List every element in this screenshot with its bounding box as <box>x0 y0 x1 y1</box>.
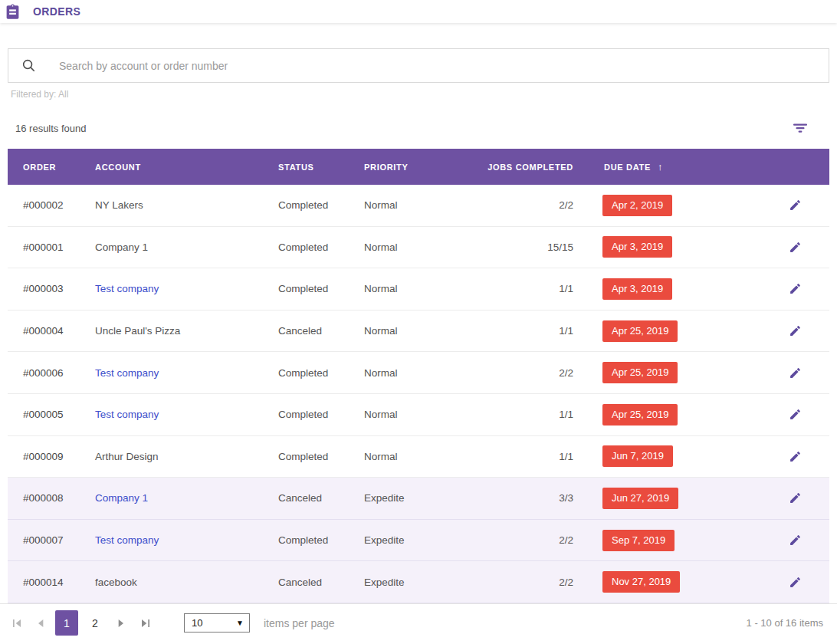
edit-pencil-icon[interactable] <box>789 366 802 380</box>
jobs-completed-cell: 1/1 <box>445 325 573 337</box>
due-date-badge: Jun 27, 2019 <box>602 488 678 509</box>
jobs-completed-cell: 1/1 <box>445 283 573 294</box>
priority-cell: Normal <box>349 325 445 337</box>
edit-pencil-icon[interactable] <box>789 408 802 421</box>
due-date-cell: Apr 3, 2019 <box>573 236 738 258</box>
account-cell: Uncle Paul's Pizza <box>80 325 263 337</box>
priority-cell: Normal <box>349 409 445 420</box>
edit-pencil-icon[interactable] <box>789 241 802 254</box>
first-page-icon[interactable] <box>8 613 26 633</box>
status-cell: Completed <box>263 451 349 462</box>
search-icon <box>21 58 36 73</box>
filter-icon[interactable] <box>793 123 808 133</box>
account-link[interactable]: Company 1 <box>80 492 263 504</box>
actions-cell <box>738 366 829 380</box>
account-link[interactable]: Test company <box>80 409 263 420</box>
jobs-completed-cell: 2/2 <box>445 199 573 211</box>
status-cell: Canceled <box>263 577 349 588</box>
column-header-order[interactable]: ORDER <box>8 163 80 172</box>
order-number-cell: #000002 <box>8 199 80 211</box>
status-cell: Completed <box>263 242 349 253</box>
column-header-priority[interactable]: PRIORITY <box>349 163 445 172</box>
edit-pencil-icon[interactable] <box>789 491 802 504</box>
order-number-cell: #000005 <box>8 409 80 420</box>
previous-page-icon[interactable] <box>31 613 50 633</box>
actions-cell <box>738 241 829 254</box>
order-number-cell: #000004 <box>8 325 80 337</box>
page-button-2[interactable]: 2 <box>84 610 107 636</box>
account-link[interactable]: Test company <box>80 283 263 294</box>
due-date-cell: Nov 27, 2019 <box>573 571 738 593</box>
due-date-badge: Apr 25, 2019 <box>602 362 678 383</box>
table-body: #000002 NY Lakers Completed Normal 2/2 A… <box>8 185 829 603</box>
actions-cell <box>738 576 829 589</box>
jobs-completed-cell: 3/3 <box>445 492 573 504</box>
next-page-icon[interactable] <box>112 613 130 633</box>
table-row: #000008 Company 1 Canceled Expedite 3/3 … <box>8 478 829 520</box>
status-cell: Completed <box>263 409 349 420</box>
items-per-page-label: items per page <box>264 617 335 629</box>
due-date-badge: Apr 3, 2019 <box>602 278 672 300</box>
account-cell: facebook <box>80 577 263 588</box>
edit-pencil-icon[interactable] <box>789 282 802 295</box>
due-date-cell: Apr 3, 2019 <box>573 278 738 300</box>
edit-pencil-icon[interactable] <box>789 450 802 463</box>
actions-cell <box>738 534 829 547</box>
table-row: #000006 Test company Completed Normal 2/… <box>8 352 829 394</box>
table-row: #000009 Arthur Design Completed Normal 1… <box>8 436 829 478</box>
account-link[interactable]: Test company <box>80 534 263 546</box>
table-row: #000004 Uncle Paul's Pizza Canceled Norm… <box>8 310 829 353</box>
status-cell: Completed <box>263 283 349 294</box>
table-row: #000003 Test company Completed Normal 1/… <box>8 268 829 310</box>
orders-clipboard-icon <box>5 3 21 20</box>
top-bar: ORDERS <box>0 0 837 23</box>
orders-table: ORDER ACCOUNT STATUS PRIORITY JOBS COMPL… <box>8 149 829 603</box>
order-number-cell: #000009 <box>8 451 80 462</box>
due-date-badge: Apr 2, 2019 <box>602 195 672 216</box>
account-cell: Company 1 <box>80 242 263 253</box>
edit-pencil-icon[interactable] <box>789 324 802 337</box>
due-date-cell: Apr 25, 2019 <box>573 404 738 426</box>
account-cell: NY Lakers <box>80 199 263 211</box>
due-date-cell: Jun 7, 2019 <box>573 445 738 467</box>
status-cell: Completed <box>263 199 349 211</box>
items-per-page-select[interactable]: 10 ▼ <box>184 613 250 632</box>
status-cell: Canceled <box>263 492 349 504</box>
last-page-icon[interactable] <box>136 613 154 633</box>
column-header-status[interactable]: STATUS <box>263 163 349 172</box>
edit-pencil-icon[interactable] <box>789 576 802 589</box>
results-count: 16 results found <box>15 123 87 134</box>
due-date-cell: Apr 2, 2019 <box>573 195 738 216</box>
sort-ascending-icon: ↑ <box>658 161 663 172</box>
search-input[interactable] <box>36 60 829 72</box>
pagination-range-label: 1 - 10 of 16 items <box>747 617 829 629</box>
order-number-cell: #000007 <box>8 534 80 546</box>
due-date-badge: Apr 3, 2019 <box>602 236 672 258</box>
results-row: 16 results found <box>8 121 829 135</box>
edit-pencil-icon[interactable] <box>789 534 802 547</box>
status-cell: Completed <box>263 367 349 379</box>
actions-cell <box>738 199 829 212</box>
column-header-account[interactable]: ACCOUNT <box>80 163 263 172</box>
account-link[interactable]: Test company <box>80 367 263 379</box>
account-cell: Arthur Design <box>80 451 263 462</box>
order-number-cell: #000003 <box>8 283 80 294</box>
column-header-jobs-completed[interactable]: JOBS COMPLETED <box>445 163 573 172</box>
items-per-page-value: 10 <box>192 617 202 629</box>
order-number-cell: #000008 <box>8 492 80 504</box>
priority-cell: Normal <box>349 283 445 294</box>
page-button-1[interactable]: 1 <box>55 610 78 636</box>
column-header-due-date[interactable]: DUE DATE ↑ <box>573 161 738 172</box>
search-bar <box>8 48 829 83</box>
due-date-cell: Apr 25, 2019 <box>573 320 738 342</box>
due-date-badge: Nov 27, 2019 <box>602 571 680 593</box>
table-row: #000007 Test company Completed Expedite … <box>8 520 829 562</box>
priority-cell: Normal <box>349 451 445 462</box>
edit-pencil-icon[interactable] <box>789 199 802 212</box>
priority-cell: Normal <box>349 199 445 211</box>
table-row: #000005 Test company Completed Normal 1/… <box>8 394 829 436</box>
due-date-badge: Apr 25, 2019 <box>602 404 678 426</box>
actions-cell <box>738 324 829 337</box>
status-cell: Completed <box>263 534 349 546</box>
due-date-cell: Sep 7, 2019 <box>573 530 738 551</box>
